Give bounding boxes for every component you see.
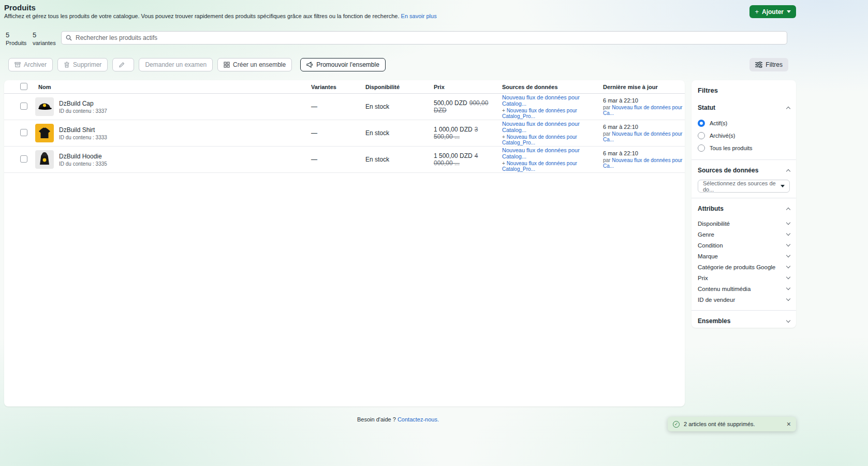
delete-button[interactable]: Supprimer xyxy=(57,58,108,71)
variants-value: — xyxy=(307,103,361,110)
table-row[interactable]: DzBuild Cap ID du contenu : 3337 — En st… xyxy=(4,94,685,120)
radio-icon[interactable] xyxy=(698,144,705,152)
attribute-genre[interactable]: Genre xyxy=(698,229,790,240)
attribute-label: Catégorie de produits Google xyxy=(698,264,775,270)
table-row[interactable]: DzBuild Shirt ID du contenu : 3333 — En … xyxy=(4,120,685,147)
attribute-disponibilite[interactable]: Disponibilité xyxy=(698,218,790,229)
column-header-variants[interactable]: Variantes xyxy=(307,84,361,90)
attribute-label: Genre xyxy=(698,231,714,238)
source-sub-prefix: + xyxy=(502,161,505,166)
promote-set-button[interactable]: Promouvoir l'ensemble xyxy=(300,58,386,71)
close-icon[interactable]: × xyxy=(779,420,791,428)
column-header-name[interactable]: Nom xyxy=(34,84,307,90)
filters-panel-title: Filtres xyxy=(698,86,790,94)
contact-us-link[interactable]: Contactez-nous. xyxy=(398,416,439,423)
source-link[interactable]: Nouveau flux de données pour Catalog... xyxy=(502,121,599,133)
delete-button-label: Supprimer xyxy=(73,61,101,68)
page-description: Affichez et gérez tous les produits de v… xyxy=(4,13,437,19)
radio-icon[interactable] xyxy=(698,132,705,139)
help-text: Besoin d'aide ? xyxy=(357,416,396,423)
variants-count-value: 5 xyxy=(33,31,56,39)
table-row[interactable]: DzBuild Hoodie ID du contenu : 3335 — En… xyxy=(4,147,685,173)
sources-select[interactable]: Sélectionnez des sources de do... xyxy=(698,180,790,193)
availability-value: En stock xyxy=(361,129,430,137)
attribute-marque[interactable]: Marque xyxy=(698,251,790,261)
source-sub-prefix: + xyxy=(502,134,505,140)
attribute-categorie-google[interactable]: Catégorie de produits Google xyxy=(698,261,790,272)
add-button-label: Ajouter xyxy=(762,8,784,16)
edit-button[interactable] xyxy=(112,58,134,71)
request-review-button[interactable]: Demander un examen xyxy=(139,58,213,71)
column-header-availability[interactable]: Disponibilité xyxy=(361,84,430,90)
source-sub-link[interactable]: Nouveau flux de données pour Catalog_Pro… xyxy=(502,108,577,119)
filter-section-statut[interactable]: Statut xyxy=(698,103,790,113)
attribute-prix[interactable]: Prix xyxy=(698,272,790,283)
products-table: Nom Variantes Disponibilité Prix Sources… xyxy=(4,80,685,406)
chevron-down-icon xyxy=(786,264,790,268)
attribute-contenu-multimedia[interactable]: Contenu multimédia xyxy=(698,283,790,294)
divider xyxy=(692,198,796,198)
search-bar[interactable] xyxy=(61,31,787,45)
megaphone-icon xyxy=(306,62,313,68)
availability-value: En stock xyxy=(361,156,430,163)
product-thumbnail-hoodie xyxy=(35,150,54,169)
source-sub-link[interactable]: Nouveau flux de données pour Catalog_Pro… xyxy=(502,161,577,172)
pencil-icon xyxy=(119,62,125,68)
attribute-label: ID de vendeur xyxy=(698,297,735,303)
column-header-price[interactable]: Prix xyxy=(430,84,498,90)
row-checkbox[interactable] xyxy=(20,155,27,163)
row-checkbox[interactable] xyxy=(20,129,27,136)
statut-option-actifs[interactable]: Actif(s) xyxy=(698,117,790,129)
add-button[interactable]: + Ajouter xyxy=(749,5,796,18)
filters-button[interactable]: Filtres xyxy=(749,58,788,71)
column-header-sources[interactable]: Sources de données xyxy=(498,84,599,90)
variants-count: 5 variantes xyxy=(33,31,56,46)
filters-panel: Filtres Statut Actif(s) Archivé(s) Tous … xyxy=(692,80,796,328)
chevron-down-icon xyxy=(781,185,785,187)
product-name[interactable]: DzBuild Hoodie xyxy=(59,153,107,160)
attribute-id-vendeur[interactable]: ID de vendeur xyxy=(698,294,790,305)
statut-option-archives[interactable]: Archivé(s) xyxy=(698,129,790,142)
updated-by-link[interactable]: Nouveau flux de données pour Ca... xyxy=(603,105,682,116)
create-set-button[interactable]: Créer un ensemble xyxy=(217,58,292,71)
search-icon xyxy=(66,35,72,41)
availability-value: En stock xyxy=(361,103,430,110)
product-name[interactable]: DzBuild Cap xyxy=(59,100,107,107)
product-name[interactable]: DzBuild Shirt xyxy=(59,126,107,134)
search-input[interactable] xyxy=(76,34,783,41)
chevron-up-icon xyxy=(786,169,790,173)
select-all-checkbox[interactable] xyxy=(20,83,27,90)
updated-by-link[interactable]: Nouveau flux de données pour Ca... xyxy=(603,157,682,169)
row-checkbox[interactable] xyxy=(20,103,27,110)
page-description-text: Affichez et gérez tous les produits de v… xyxy=(4,13,400,19)
filter-section-attributs[interactable]: Attributs xyxy=(698,203,790,214)
attribute-condition[interactable]: Condition xyxy=(698,240,790,251)
source-link[interactable]: Nouveau flux de données pour Catalog... xyxy=(502,147,599,159)
archive-button[interactable]: Archiver xyxy=(8,58,53,71)
updated-by-prefix: par xyxy=(603,131,610,137)
updated-by-prefix: par xyxy=(603,157,610,163)
promote-set-button-label: Promouvoir l'ensemble xyxy=(316,61,379,68)
column-header-updated[interactable]: Dernière mise à jour xyxy=(599,84,685,90)
attribute-label: Contenu multimédia xyxy=(698,286,751,292)
attribute-label: Disponibilité xyxy=(698,221,730,227)
chevron-down-icon xyxy=(786,221,790,225)
check-circle-icon: ✓ xyxy=(673,421,680,428)
toolbar: Archiver Supprimer Demander un examen Cr… xyxy=(8,58,386,71)
filter-section-sources[interactable]: Sources de données xyxy=(698,165,790,176)
grid-icon xyxy=(224,62,230,68)
chevron-up-icon xyxy=(786,106,790,110)
chevron-down-icon xyxy=(786,318,790,322)
learn-more-link[interactable]: En savoir plus xyxy=(401,13,437,19)
source-sub-link[interactable]: Nouveau flux de données pour Catalog_Pro… xyxy=(502,134,577,145)
source-link[interactable]: Nouveau flux de données pour Catalog... xyxy=(502,94,599,107)
radio-selected-icon[interactable] xyxy=(698,120,705,127)
products-count: 5 Produits xyxy=(6,31,26,46)
chevron-down-icon xyxy=(786,275,790,279)
product-content-id: ID du contenu : 3333 xyxy=(59,135,107,140)
filter-section-ensembles[interactable]: Ensembles xyxy=(698,316,790,326)
divider xyxy=(692,159,796,160)
chevron-down-icon xyxy=(786,231,790,236)
updated-by-link[interactable]: Nouveau flux de données pour Ca... xyxy=(603,131,682,142)
statut-option-tous[interactable]: Tous les produits xyxy=(698,142,790,154)
